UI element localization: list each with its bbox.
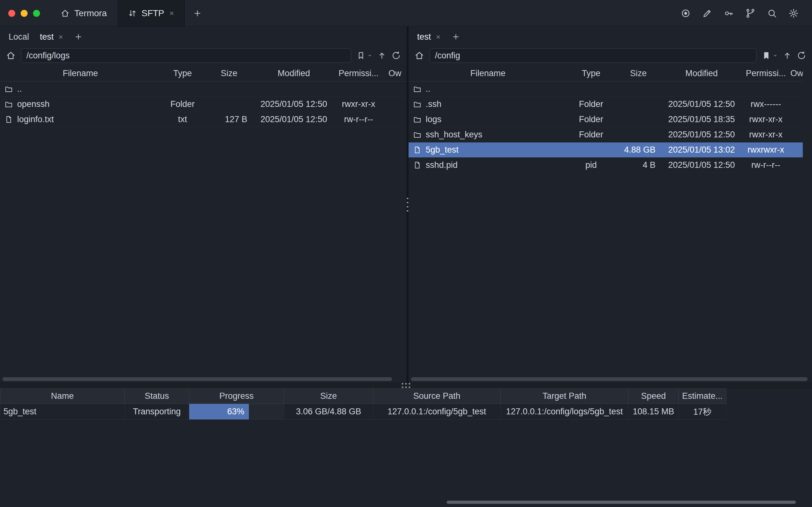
file-type-icon (4, 115, 13, 124)
close-tab-button[interactable] (435, 34, 441, 40)
edit-icon[interactable] (702, 8, 712, 18)
plus-icon (193, 9, 202, 18)
file-row[interactable]: .. (409, 81, 803, 97)
transfer-column-header[interactable]: Size (284, 389, 373, 404)
owner-cell (383, 97, 407, 112)
home-directory-button[interactable] (414, 50, 424, 61)
transfer-size-cell: 3.06 GB/4.88 GB (284, 404, 373, 420)
parent-directory-button[interactable] (377, 51, 387, 60)
file-row[interactable]: loginfo.txt txt 127 B 2025/01/05 12:50 r… (0, 112, 407, 127)
column-header[interactable]: Permissi... (741, 66, 791, 81)
key-icon[interactable] (724, 8, 734, 18)
close-tab-button[interactable] (58, 34, 64, 40)
column-header[interactable]: Type (567, 66, 615, 81)
tab-test-left[interactable]: test (35, 26, 69, 47)
file-row[interactable]: .. (0, 81, 407, 97)
column-header[interactable]: Filename (0, 66, 161, 81)
transfer-column-header[interactable]: Progress (189, 389, 284, 404)
permissions-cell: rwx------ (741, 97, 791, 112)
transfer-splitter-horizontal[interactable] (0, 383, 812, 388)
filename-cell: .ssh (426, 99, 442, 109)
size-cell (615, 97, 662, 112)
transfer-column-header[interactable]: Estimate... (679, 389, 726, 404)
new-window-tab-button[interactable] (185, 0, 210, 26)
filename-cell: loginfo.txt (17, 115, 54, 124)
progress-percent-label: 63% (227, 407, 245, 416)
tab-local[interactable]: Local (3, 26, 35, 47)
home-icon (414, 50, 424, 61)
bookmark-filled-icon (762, 51, 771, 60)
traffic-lights (0, 0, 50, 26)
progress-bar: 63% (189, 404, 284, 419)
close-sftp-tab-button[interactable] (169, 10, 175, 16)
file-type-icon (413, 100, 422, 109)
file-row[interactable]: 5gb_test 4.88 GB 2025/01/05 13:02 rwxrwx… (409, 142, 803, 157)
column-header[interactable]: Modified (662, 66, 741, 81)
transfer-speed-cell: 108.15 MB (629, 404, 679, 420)
file-row[interactable]: .ssh Folder 2025/01/05 12:50 rwx------ (409, 97, 803, 112)
filename-cell: ssh_host_keys (426, 130, 483, 139)
transfer-row[interactable]: 5gb_test Transporting 63% 3.06 GB/4.88 G… (0, 404, 726, 420)
path-input-right[interactable] (430, 48, 756, 63)
left-file-table: FilenameTypeSizeModifiedPermissi...Ow .. (0, 66, 407, 127)
tab-termora[interactable]: Termora (50, 0, 118, 26)
folder-icon (413, 115, 422, 124)
file-row[interactable]: sshd.pid pid 4 B 2025/01/05 12:50 rw-r--… (409, 157, 803, 173)
bookmark-button-right[interactable] (762, 51, 778, 60)
transfer-column-header[interactable]: Source Path (373, 389, 501, 404)
horizontal-scrollbar-right[interactable] (411, 377, 808, 381)
refresh-button[interactable] (797, 51, 806, 60)
column-header[interactable]: Permissi... (334, 66, 383, 81)
parent-directory-button[interactable] (782, 51, 792, 60)
splitter-grip-icon (407, 198, 409, 212)
transfer-column-header[interactable]: Name (0, 389, 125, 404)
transfer-column-header[interactable]: Status (125, 389, 189, 404)
right-file-table-area: FilenameTypeSizeModifiedPermissi...Ow .. (409, 66, 812, 383)
horizontal-scrollbar-left[interactable] (3, 377, 392, 381)
size-cell (615, 112, 662, 127)
zoom-window-button[interactable] (33, 10, 40, 17)
transfer-column-header[interactable]: Target Path (501, 389, 629, 404)
modified-cell: 2025/01/05 12:50 (662, 157, 741, 173)
file-row[interactable]: ssh_host_keys Folder 2025/01/05 12:50 rw… (409, 127, 803, 142)
path-input-left[interactable] (21, 48, 351, 63)
column-header[interactable]: Size (205, 66, 254, 81)
column-header[interactable]: Ow (383, 66, 407, 81)
file-row[interactable]: logs Folder 2025/01/05 18:35 rwxr-xr-x (409, 112, 803, 127)
app-window: Termora SFTP Local te (0, 0, 812, 507)
column-header[interactable]: Ow (791, 66, 803, 81)
column-header[interactable]: Modified (254, 66, 334, 81)
folder-icon (413, 130, 422, 139)
branch-icon[interactable] (745, 8, 756, 18)
add-tab-button-left[interactable] (69, 33, 88, 41)
horizontal-scrollbar-bottom[interactable] (447, 501, 796, 504)
folder-icon (413, 100, 422, 109)
sftp-tab-label: SFTP (142, 8, 164, 18)
bookmark-button-left[interactable] (356, 51, 372, 60)
type-cell: Folder (567, 127, 615, 142)
modified-cell: 2025/01/05 12:50 (662, 97, 741, 112)
file-row[interactable]: openssh Folder 2025/01/05 12:50 rwxr-xr-… (0, 97, 407, 112)
owner-cell (791, 127, 803, 142)
owner-cell (791, 81, 803, 97)
type-cell: Folder (567, 97, 615, 112)
type-cell (161, 81, 205, 97)
folder-icon (413, 85, 422, 93)
refresh-button[interactable] (391, 51, 401, 60)
column-header[interactable]: Type (161, 66, 205, 81)
record-icon[interactable] (681, 8, 691, 18)
minimize-window-button[interactable] (21, 10, 28, 17)
column-header[interactable]: Filename (409, 66, 567, 81)
add-tab-button-right[interactable] (447, 33, 465, 41)
right-pathbar (409, 47, 812, 66)
transfer-column-header[interactable]: Speed (629, 389, 679, 404)
column-header[interactable]: Size (615, 66, 662, 81)
close-icon (169, 10, 175, 16)
search-icon[interactable] (767, 8, 777, 18)
home-directory-button[interactable] (6, 50, 16, 61)
tab-sftp[interactable]: SFTP (118, 0, 185, 26)
settings-gear-icon[interactable] (789, 8, 799, 18)
close-window-button[interactable] (8, 10, 15, 17)
chevron-down-icon (367, 53, 372, 58)
tab-test-right[interactable]: test (412, 26, 447, 47)
